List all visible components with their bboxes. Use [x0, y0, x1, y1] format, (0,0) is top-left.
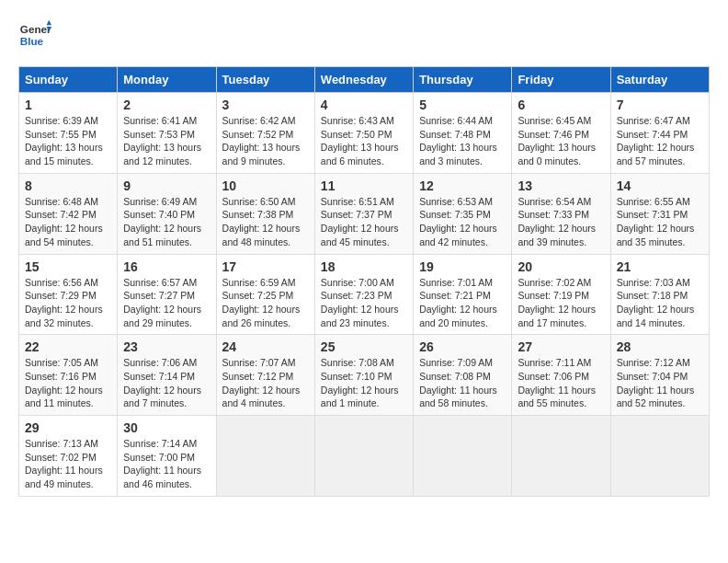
day-number: 26: [419, 339, 506, 354]
table-row: 26Sunrise: 7:09 AMSunset: 7:08 PMDayligh…: [414, 335, 512, 416]
day-number: 2: [123, 98, 210, 112]
cell-text: Sunrise: 7:07 AMSunset: 7:12 PMDaylight:…: [222, 356, 309, 410]
cell-text: Sunrise: 6:41 AMSunset: 7:53 PMDaylight:…: [123, 114, 210, 168]
table-row: 23Sunrise: 7:06 AMSunset: 7:14 PMDayligh…: [118, 335, 216, 416]
day-number: 24: [222, 339, 309, 354]
cell-text: Sunrise: 6:56 AMSunset: 7:29 PMDaylight:…: [25, 276, 111, 330]
cell-text: Sunrise: 6:59 AMSunset: 7:25 PMDaylight:…: [222, 276, 309, 330]
calendar-row-4: 22Sunrise: 7:05 AMSunset: 7:16 PMDayligh…: [19, 335, 710, 416]
logo-icon: General Blue: [18, 18, 51, 52]
day-number: 22: [25, 339, 111, 354]
day-number: 6: [518, 98, 604, 112]
day-number: 1: [25, 98, 111, 112]
table-row: 29Sunrise: 7:13 AMSunset: 7:02 PMDayligh…: [19, 416, 118, 497]
col-header-tuesday: Tuesday: [216, 67, 314, 93]
cell-text: Sunrise: 7:09 AMSunset: 7:08 PMDaylight:…: [419, 356, 506, 410]
calendar-row-2: 8Sunrise: 6:48 AMSunset: 7:42 PMDaylight…: [19, 173, 710, 254]
cell-text: Sunrise: 6:51 AMSunset: 7:37 PMDaylight:…: [321, 195, 407, 249]
col-header-wednesday: Wednesday: [314, 67, 413, 93]
day-number: 14: [617, 178, 703, 193]
table-row: 15Sunrise: 6:56 AMSunset: 7:29 PMDayligh…: [19, 254, 118, 335]
table-row: [314, 416, 413, 497]
table-row: 27Sunrise: 7:11 AMSunset: 7:06 PMDayligh…: [512, 335, 610, 416]
calendar-row-3: 15Sunrise: 6:56 AMSunset: 7:29 PMDayligh…: [19, 254, 710, 335]
table-row: 14Sunrise: 6:55 AMSunset: 7:31 PMDayligh…: [610, 173, 709, 254]
day-number: 8: [25, 178, 111, 193]
table-row: 9Sunrise: 6:49 AMSunset: 7:40 PMDaylight…: [118, 173, 216, 254]
cell-text: Sunrise: 7:06 AMSunset: 7:14 PMDaylight:…: [123, 356, 210, 410]
cell-text: Sunrise: 7:01 AMSunset: 7:21 PMDaylight:…: [419, 276, 506, 330]
table-row: [610, 416, 709, 497]
col-header-monday: Monday: [118, 67, 216, 93]
cell-text: Sunrise: 6:47 AMSunset: 7:44 PMDaylight:…: [617, 114, 703, 168]
table-row: 7Sunrise: 6:47 AMSunset: 7:44 PMDaylight…: [610, 93, 709, 174]
cell-text: Sunrise: 7:12 AMSunset: 7:04 PMDaylight:…: [617, 356, 703, 410]
cell-text: Sunrise: 7:13 AMSunset: 7:02 PMDaylight:…: [25, 437, 111, 491]
cell-text: Sunrise: 6:43 AMSunset: 7:50 PMDaylight:…: [321, 114, 407, 168]
col-header-sunday: Sunday: [19, 67, 118, 93]
table-row: 8Sunrise: 6:48 AMSunset: 7:42 PMDaylight…: [19, 173, 118, 254]
table-row: 30Sunrise: 7:14 AMSunset: 7:00 PMDayligh…: [118, 416, 216, 497]
table-row: 10Sunrise: 6:50 AMSunset: 7:38 PMDayligh…: [216, 173, 314, 254]
cell-text: Sunrise: 6:49 AMSunset: 7:40 PMDaylight:…: [123, 195, 210, 249]
day-number: 21: [617, 259, 703, 274]
cell-text: Sunrise: 7:03 AMSunset: 7:18 PMDaylight:…: [617, 276, 703, 330]
cell-text: Sunrise: 7:02 AMSunset: 7:19 PMDaylight:…: [518, 276, 604, 330]
table-row: [216, 416, 314, 497]
table-row: 19Sunrise: 7:01 AMSunset: 7:21 PMDayligh…: [414, 254, 512, 335]
day-number: 19: [419, 259, 506, 274]
table-row: 22Sunrise: 7:05 AMSunset: 7:16 PMDayligh…: [19, 335, 118, 416]
table-row: 25Sunrise: 7:08 AMSunset: 7:10 PMDayligh…: [314, 335, 413, 416]
cell-text: Sunrise: 6:50 AMSunset: 7:38 PMDaylight:…: [222, 195, 309, 249]
day-number: 15: [25, 259, 111, 274]
cell-text: Sunrise: 6:55 AMSunset: 7:31 PMDaylight:…: [617, 195, 703, 249]
svg-text:Blue: Blue: [20, 35, 44, 47]
table-row: 24Sunrise: 7:07 AMSunset: 7:12 PMDayligh…: [216, 335, 314, 416]
day-number: 29: [25, 420, 111, 435]
day-number: 7: [617, 98, 703, 112]
table-row: 2Sunrise: 6:41 AMSunset: 7:53 PMDaylight…: [118, 93, 216, 174]
col-header-saturday: Saturday: [610, 67, 709, 93]
cell-text: Sunrise: 6:57 AMSunset: 7:27 PMDaylight:…: [123, 276, 210, 330]
table-row: 17Sunrise: 6:59 AMSunset: 7:25 PMDayligh…: [216, 254, 314, 335]
table-row: 11Sunrise: 6:51 AMSunset: 7:37 PMDayligh…: [314, 173, 413, 254]
table-row: 1Sunrise: 6:39 AMSunset: 7:55 PMDaylight…: [19, 93, 118, 174]
cell-text: Sunrise: 6:54 AMSunset: 7:33 PMDaylight:…: [518, 195, 604, 249]
day-number: 4: [321, 98, 407, 112]
cell-text: Sunrise: 6:45 AMSunset: 7:46 PMDaylight:…: [518, 114, 604, 168]
calendar-row-5: 29Sunrise: 7:13 AMSunset: 7:02 PMDayligh…: [19, 416, 710, 497]
table-row: [512, 416, 610, 497]
table-row: 12Sunrise: 6:53 AMSunset: 7:35 PMDayligh…: [414, 173, 512, 254]
day-number: 16: [123, 259, 210, 274]
calendar-row-1: 1Sunrise: 6:39 AMSunset: 7:55 PMDaylight…: [19, 93, 710, 174]
day-number: 3: [222, 98, 309, 112]
cell-text: Sunrise: 7:05 AMSunset: 7:16 PMDaylight:…: [25, 356, 111, 410]
table-row: 21Sunrise: 7:03 AMSunset: 7:18 PMDayligh…: [610, 254, 709, 335]
day-number: 12: [419, 178, 506, 193]
day-number: 13: [518, 178, 604, 193]
day-number: 17: [222, 259, 309, 274]
cell-text: Sunrise: 6:48 AMSunset: 7:42 PMDaylight:…: [25, 195, 111, 249]
day-number: 25: [321, 339, 407, 354]
cell-text: Sunrise: 6:42 AMSunset: 7:52 PMDaylight:…: [222, 114, 309, 168]
cell-text: Sunrise: 6:44 AMSunset: 7:48 PMDaylight:…: [419, 114, 506, 168]
calendar-table: SundayMondayTuesdayWednesdayThursdayFrid…: [18, 66, 710, 497]
header-row: SundayMondayTuesdayWednesdayThursdayFrid…: [19, 67, 710, 93]
table-row: 4Sunrise: 6:43 AMSunset: 7:50 PMDaylight…: [314, 93, 413, 174]
col-header-thursday: Thursday: [414, 67, 512, 93]
page-header: General Blue: [18, 18, 710, 52]
day-number: 5: [419, 98, 506, 112]
cell-text: Sunrise: 7:14 AMSunset: 7:00 PMDaylight:…: [123, 437, 210, 491]
table-row: 6Sunrise: 6:45 AMSunset: 7:46 PMDaylight…: [512, 93, 610, 174]
cell-text: Sunrise: 7:08 AMSunset: 7:10 PMDaylight:…: [321, 356, 407, 410]
table-row: 16Sunrise: 6:57 AMSunset: 7:27 PMDayligh…: [118, 254, 216, 335]
col-header-friday: Friday: [512, 67, 610, 93]
day-number: 10: [222, 178, 309, 193]
table-row: 13Sunrise: 6:54 AMSunset: 7:33 PMDayligh…: [512, 173, 610, 254]
day-number: 18: [321, 259, 407, 274]
day-number: 28: [617, 339, 703, 354]
day-number: 30: [123, 420, 210, 435]
cell-text: Sunrise: 7:11 AMSunset: 7:06 PMDaylight:…: [518, 356, 604, 410]
table-row: 3Sunrise: 6:42 AMSunset: 7:52 PMDaylight…: [216, 93, 314, 174]
day-number: 11: [321, 178, 407, 193]
